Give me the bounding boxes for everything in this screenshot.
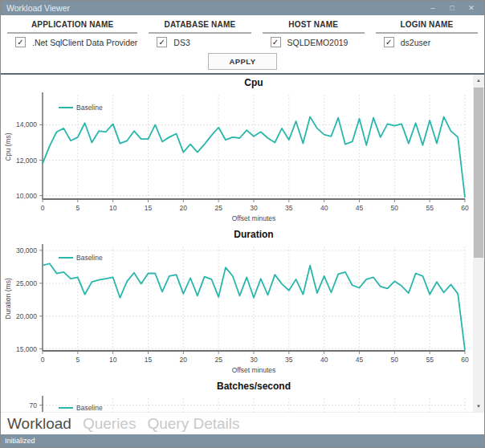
svg-text:15: 15 [145, 356, 153, 364]
svg-text:0: 0 [41, 356, 45, 364]
filter-item: ✓ ds2user [376, 34, 478, 49]
svg-text:60: 60 [461, 204, 469, 212]
tab-queries[interactable]: Queries [83, 415, 137, 433]
chart-region: Cpu 10,00012,00014,000051015202530354045… [1, 75, 484, 412]
status-bar: Initialized [1, 434, 484, 447]
svg-text:Baseline: Baseline [76, 254, 103, 262]
batches-chart-title: Batches/second [1, 378, 473, 392]
svg-text:50: 50 [391, 356, 399, 364]
svg-text:25: 25 [214, 204, 222, 212]
cpu-chart-title: Cpu [1, 75, 473, 88]
filter-column-login: LOGIN NAME ✓ ds2user [376, 20, 478, 49]
svg-text:15,000: 15,000 [16, 345, 37, 353]
svg-text:55: 55 [426, 356, 434, 364]
svg-text:15: 15 [145, 204, 153, 212]
close-icon[interactable]: ✕ [462, 1, 481, 15]
charts-container: Cpu 10,00012,00014,000051015202530354045… [1, 75, 473, 412]
svg-text:40: 40 [320, 204, 328, 212]
duration-chart-title: Duration [1, 226, 473, 240]
svg-text:60: 60 [461, 356, 469, 364]
tab-bar: Workload Queries Query Details [1, 412, 484, 434]
host-value: SQLDEMO2019 [287, 38, 348, 47]
tab-workload[interactable]: Workload [7, 415, 71, 433]
host-checkbox[interactable]: ✓ [271, 37, 281, 47]
filter-panel: APPLICATION NAME ✓ .Net SqlClient Data P… [1, 15, 484, 51]
filter-header-database: DATABASE NAME [149, 20, 251, 32]
svg-text:0: 0 [41, 204, 45, 212]
vertical-scrollbar[interactable]: ▲ ▼ [473, 75, 484, 412]
svg-text:14,000: 14,000 [16, 120, 37, 128]
svg-text:5: 5 [75, 356, 79, 364]
svg-text:Baseline: Baseline [76, 104, 103, 112]
svg-text:Baseline: Baseline [76, 404, 103, 412]
svg-text:10,000: 10,000 [16, 192, 37, 200]
svg-text:20,000: 20,000 [16, 312, 37, 320]
svg-text:30,000: 30,000 [16, 246, 37, 255]
login-checkbox[interactable]: ✓ [384, 37, 394, 47]
maximize-icon[interactable]: □ [442, 1, 462, 15]
title-bar: Workload Viewer – □ ✕ [1, 1, 484, 15]
window-title: Workload Viewer [6, 3, 423, 13]
filter-item: ✓ DS3 [149, 34, 251, 49]
svg-text:5: 5 [75, 204, 79, 212]
svg-text:10: 10 [109, 204, 117, 212]
svg-text:30: 30 [250, 204, 258, 212]
checkmark-icon: ✓ [272, 38, 279, 47]
svg-text:Offset minutes: Offset minutes [232, 214, 276, 222]
filter-column-database: DATABASE NAME ✓ DS3 [149, 20, 251, 49]
checkmark-icon: ✓ [17, 38, 23, 47]
svg-text:45: 45 [356, 204, 364, 212]
database-checkbox[interactable]: ✓ [157, 37, 167, 47]
svg-text:20: 20 [180, 356, 188, 364]
duration-chart: 15,00020,00025,00030,0000510152025303540… [1, 240, 473, 378]
svg-text:50: 50 [391, 204, 399, 212]
svg-text:55: 55 [426, 204, 434, 212]
svg-text:Offset minutes: Offset minutes [232, 366, 276, 374]
application-value: .Net SqlClient Data Provider [32, 38, 137, 47]
database-value: DS3 [173, 38, 190, 47]
svg-text:40: 40 [320, 356, 328, 364]
minimize-icon[interactable]: – [423, 1, 442, 15]
svg-text:30: 30 [250, 356, 258, 364]
filter-item: ✓ .Net SqlClient Data Provider [7, 34, 137, 49]
svg-text:Duration (ms): Duration (ms) [4, 278, 12, 320]
scrollbar-up-icon[interactable]: ▲ [473, 75, 484, 86]
filter-column-application: APPLICATION NAME ✓ .Net SqlClient Data P… [7, 20, 137, 49]
svg-text:12,000: 12,000 [16, 157, 37, 165]
scrollbar-thumb[interactable] [474, 88, 483, 258]
svg-text:Cpu (ms): Cpu (ms) [4, 132, 12, 161]
checkmark-icon: ✓ [385, 38, 392, 47]
filter-header-login: LOGIN NAME [376, 20, 478, 32]
login-value: ds2user [401, 38, 430, 47]
filter-item: ✓ SQLDEMO2019 [263, 34, 365, 49]
apply-row: APPLY [1, 51, 484, 73]
filter-column-host: HOST NAME ✓ SQLDEMO2019 [263, 20, 365, 49]
svg-text:25: 25 [214, 356, 222, 364]
filter-header-application: APPLICATION NAME [7, 20, 137, 32]
status-text: Initialized [5, 437, 35, 445]
tab-query-details[interactable]: Query Details [147, 415, 239, 433]
svg-text:45: 45 [356, 356, 364, 364]
batches-chart: 70051015202530354045505560Baseline [1, 392, 473, 412]
filter-header-host: HOST NAME [263, 20, 365, 32]
checkmark-icon: ✓ [159, 38, 165, 47]
svg-text:25,000: 25,000 [16, 279, 37, 287]
application-checkbox[interactable]: ✓ [15, 37, 26, 47]
scrollbar-down-icon[interactable]: ▼ [473, 401, 484, 412]
svg-text:10: 10 [109, 356, 117, 364]
svg-text:20: 20 [180, 204, 188, 212]
svg-text:35: 35 [285, 356, 293, 364]
svg-text:35: 35 [285, 204, 293, 212]
apply-button[interactable]: APPLY [208, 53, 278, 70]
workload-viewer-window: Workload Viewer – □ ✕ APPLICATION NAME ✓… [0, 0, 485, 448]
cpu-chart: 10,00012,00014,0000510152025303540455055… [1, 88, 473, 226]
svg-text:70: 70 [30, 401, 38, 409]
